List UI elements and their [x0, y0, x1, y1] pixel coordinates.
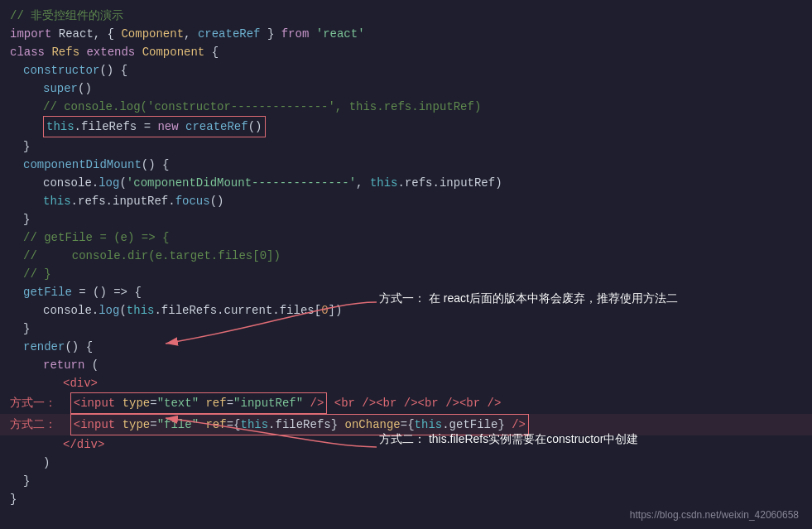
code-line-25: ) — [0, 454, 812, 472]
code-line-15: // } — [0, 265, 812, 283]
code-line-12: } — [0, 210, 812, 228]
code-line-23: 方式二： <input type="file" ref={this.fileRe… — [0, 414, 812, 435]
code-text: // 非受控组件的演示 — [10, 7, 123, 25]
code-line-14: // console.dir(e.target.files[0]) — [0, 247, 812, 265]
code-line-18: } — [0, 320, 812, 338]
code-line-20: return ( — [0, 356, 812, 374]
code-line-7: this.fileRefs = new createRef() — [0, 116, 812, 137]
code-line-4: constructor() { — [0, 61, 812, 79]
code-line-10: console.log('componentDidMount----------… — [0, 174, 812, 192]
code-line-26: } — [0, 472, 812, 490]
code-line-6: // console.log('constructor-------------… — [0, 98, 812, 116]
code-line-13: // getFile = (e) => { — [0, 228, 812, 247]
code-line-2: import React, { Component, createRef } f… — [0, 25, 812, 43]
code-line-27: } — [0, 490, 812, 508]
code-line-1: // 非受控组件的演示 — [0, 7, 812, 25]
highlight-box-2: <input type="text" ref="inputRef" /> — [70, 392, 328, 414]
code-line-22: 方式一： <input type="text" ref="inputRef" /… — [0, 392, 812, 414]
highlight-box-1: this.fileRefs = new createRef() — [43, 116, 266, 137]
code-line-24: </div> — [0, 435, 812, 454]
code-editor: // 非受控组件的演示 import React, { Component, c… — [0, 0, 812, 529]
code-line-9: componentDidMount() { — [0, 156, 812, 174]
code-line-11: this.refs.inputRef.focus() — [0, 192, 812, 210]
code-line-21: <div> — [0, 374, 812, 392]
highlight-box-3: <input type="file" ref={this.fileRefs} o… — [70, 414, 529, 435]
footer-url: https://blog.csdn.net/weixin_42060658 — [630, 509, 799, 521]
code-line-8: } — [0, 137, 812, 156]
code-line-19: render() { — [0, 338, 812, 356]
code-line-17: console.log(this.fileRefs.current.files[… — [0, 301, 812, 320]
code-line-5: super() — [0, 79, 812, 98]
code-line-16: getFile = () => { — [0, 283, 812, 301]
code-line-3: class Refs extends Component { — [0, 43, 812, 61]
